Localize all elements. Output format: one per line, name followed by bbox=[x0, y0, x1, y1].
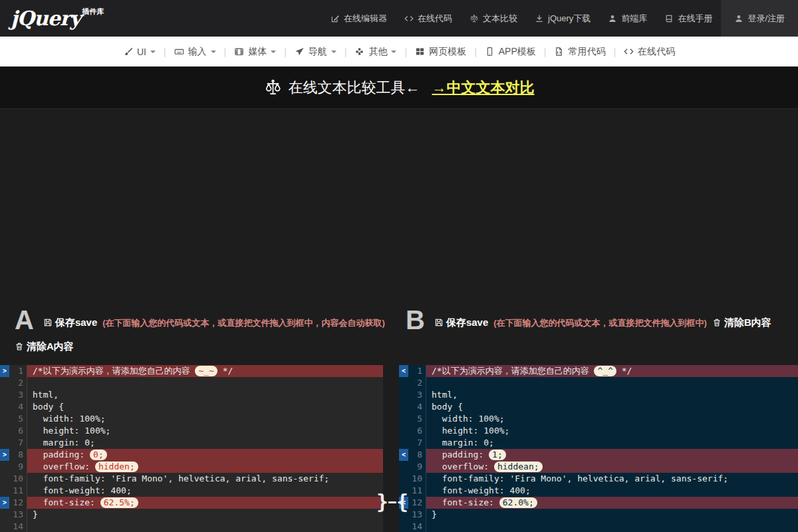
topnav-item-label: 登录/注册 bbox=[747, 13, 785, 25]
editor-A-line-5: 5 width: 100%; bbox=[0, 413, 383, 425]
subnav-item-web-template[interactable]: 网页模板 bbox=[407, 46, 474, 58]
line-number: 4 bbox=[408, 401, 426, 413]
marker-gutter bbox=[399, 377, 408, 389]
editor-A-line-9: 9 overflow: hidden; bbox=[0, 461, 383, 473]
line-number: 5 bbox=[9, 413, 27, 425]
subnav-item-label: 导航 bbox=[309, 46, 327, 58]
marker-gutter bbox=[0, 509, 9, 521]
login-icon bbox=[734, 14, 743, 23]
line-number: 8 bbox=[9, 449, 27, 461]
file-code-icon bbox=[554, 47, 564, 57]
subnav-item-other[interactable]: 其他 bbox=[346, 46, 404, 58]
code-text: font-size: 62.0%; bbox=[426, 497, 798, 509]
line-number: 1 bbox=[9, 365, 27, 377]
site-logo[interactable]: jQuery 插件库 bbox=[11, 0, 137, 37]
code-text bbox=[426, 521, 798, 532]
code-icon bbox=[404, 14, 414, 23]
code-text: font-size: 62.5%; bbox=[27, 497, 383, 509]
topnav-item-online-code[interactable]: 在线代码 bbox=[396, 0, 461, 37]
code-text: font-weight: 400; bbox=[426, 485, 798, 497]
topnav-item-online-editor[interactable]: 在线编辑器 bbox=[322, 0, 396, 37]
subnav-item-label: 网页模板 bbox=[429, 46, 466, 58]
marker-gutter bbox=[0, 425, 9, 437]
page-header: 在线文本比较工具← →中文文本对比 bbox=[0, 66, 798, 109]
subnav-item-navigation[interactable]: 导航 bbox=[287, 46, 344, 58]
diff-marker-icon[interactable]: < bbox=[399, 365, 408, 377]
code-text: margin: 0; bbox=[27, 437, 383, 449]
editor-B-line-10: 10 font-family: 'Fira Mono', helvetica, … bbox=[399, 473, 798, 485]
panel-B-clear-button[interactable]: 清除B内容 bbox=[712, 317, 771, 328]
diff-connector[interactable]: } { bbox=[370, 489, 415, 515]
connector-bar bbox=[388, 501, 396, 503]
topnav-item-login-register[interactable]: 登录/注册 bbox=[721, 0, 798, 37]
topnav-items: 在线编辑器在线代码文本比较jQuery下载前端库在线手册登录/注册 bbox=[322, 0, 798, 37]
marker-gutter bbox=[399, 521, 408, 532]
edit-icon bbox=[331, 14, 340, 23]
editor-B-line-9: 9 overflow: hiddean; bbox=[399, 461, 798, 473]
editor-B-line-1: <1/*以下为演示内容，请添加您自己的内容 ^_^ */ bbox=[399, 365, 798, 377]
topnav-item-text-compare[interactable]: 文本比较 bbox=[461, 0, 526, 37]
connector-right-brace: { bbox=[396, 490, 408, 514]
changed-fragment: 62.0%; bbox=[499, 497, 537, 508]
marker-gutter bbox=[0, 401, 9, 413]
chinese-compare-link[interactable]: →中文文本对比 bbox=[432, 78, 535, 98]
subnav-item-label: 媒体 bbox=[248, 46, 267, 58]
changed-fragment: 62.5%; bbox=[100, 497, 138, 508]
panel-B-save-button[interactable]: 保存save bbox=[434, 317, 488, 328]
subnav-item-common-code[interactable]: 常用代码 bbox=[546, 46, 613, 58]
line-number: 13 bbox=[9, 509, 27, 521]
marker-gutter bbox=[0, 413, 9, 425]
diff-marker-icon[interactable]: > bbox=[0, 449, 9, 461]
connector-left-brace: } bbox=[376, 490, 388, 514]
save-icon bbox=[434, 313, 444, 335]
clear-label: 清除B内容 bbox=[724, 317, 771, 328]
code-text: /*以下为演示内容，请添加您自己的内容 ~_~ */ bbox=[27, 365, 383, 377]
editor-A-line-7: 7 margin: 0; bbox=[0, 437, 383, 449]
topnav-item-frontend-lib[interactable]: 前端库 bbox=[599, 0, 656, 37]
line-number: 3 bbox=[9, 389, 27, 401]
panel-B-hint: (在下面输入您的代码或文本，或直接把文件拖入到框中) bbox=[493, 318, 707, 328]
diff-marker-icon[interactable]: > bbox=[0, 365, 9, 377]
line-number: 7 bbox=[9, 437, 27, 449]
subnav-item-input[interactable]: 输入 bbox=[166, 46, 224, 58]
chevron-down-icon bbox=[211, 51, 216, 56]
diff-marker-icon[interactable]: < bbox=[399, 449, 408, 461]
subnav-item-online-code[interactable]: 在线代码 bbox=[616, 46, 683, 58]
topnav-item-jquery-download[interactable]: jQuery下载 bbox=[526, 0, 599, 37]
editor-B-line-14: 14 bbox=[399, 521, 798, 532]
editor-B-line-11: 11 font-weight: 400; bbox=[399, 485, 798, 497]
marker-gutter bbox=[0, 521, 9, 532]
marker-gutter bbox=[399, 437, 408, 449]
line-number: 4 bbox=[9, 401, 27, 413]
panel-A-save-button[interactable]: 保存save bbox=[43, 317, 97, 328]
editor-A[interactable]: >1/*以下为演示内容，请添加您自己的内容 ~_~ */23html,4body… bbox=[0, 365, 383, 532]
subnav-item-ui[interactable]: UI bbox=[115, 47, 164, 57]
subnav-item-label: 在线代码 bbox=[638, 46, 675, 58]
code-text: width: 100%; bbox=[27, 413, 383, 425]
line-number: 9 bbox=[408, 461, 426, 473]
editor-A-line-2: 2 bbox=[0, 377, 383, 389]
marker-gutter bbox=[399, 401, 408, 413]
subnav-item-app-template[interactable]: APP模板 bbox=[477, 46, 544, 58]
panel-A-clear-button[interactable]: 清除A内容 bbox=[15, 340, 74, 352]
panel-headers: A保存save(在下面输入您的代码或文本，或直接把文件拖入到框中，内容会自动获取… bbox=[0, 307, 798, 365]
editors-row: >1/*以下为演示内容，请添加您自己的内容 ~_~ */23html,4body… bbox=[0, 365, 798, 532]
save-label: 保存save bbox=[55, 317, 97, 328]
save-icon bbox=[43, 313, 53, 335]
diff-marker-icon[interactable]: > bbox=[0, 497, 9, 509]
panel-A-header: A保存save(在下面输入您的代码或文本，或直接把文件拖入到框中，内容会自动获取… bbox=[0, 307, 399, 359]
changed-fragment: hidden; bbox=[95, 462, 138, 472]
editor-B-line-6: 6 height: 100%; bbox=[399, 425, 798, 437]
plane-icon bbox=[295, 47, 305, 57]
editor-B-line-12: <12 font-size: 62.0%; bbox=[399, 497, 798, 509]
topnav-item-label: 在线代码 bbox=[418, 13, 452, 25]
editor-B[interactable]: <1/*以下为演示内容，请添加您自己的内容 ^_^ */23html,4body… bbox=[399, 365, 798, 532]
code-text: font-weight: 400; bbox=[27, 485, 383, 497]
compare-workspace: A保存save(在下面输入您的代码或文本，或直接把文件拖入到框中，内容会自动获取… bbox=[0, 307, 798, 532]
chevron-down-icon bbox=[150, 51, 156, 56]
subnav-item-media[interactable]: 媒体 bbox=[226, 46, 284, 58]
editor-A-line-4: 4body { bbox=[0, 401, 383, 413]
user-icon bbox=[608, 14, 617, 23]
topnav-item-online-manual[interactable]: 在线手册 bbox=[656, 0, 721, 37]
line-number: 6 bbox=[408, 425, 426, 437]
